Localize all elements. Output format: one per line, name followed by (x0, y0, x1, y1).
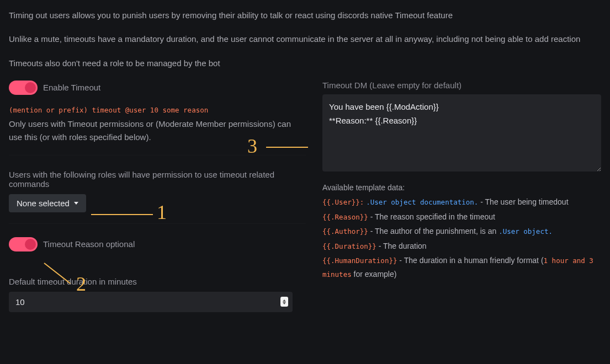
timeout-dm-label: Timeout DM (Leave empty for default) (322, 81, 601, 90)
roles-dropdown[interactable]: None selected (9, 194, 86, 212)
enable-timeout-toggle[interactable] (9, 81, 38, 95)
user-object-link[interactable]: .User object. (498, 227, 553, 235)
roles-dropdown-value: None selected (17, 199, 70, 208)
template-reason: {{.Reason}} - The reason specified in th… (322, 210, 601, 224)
number-stepper[interactable] (280, 297, 288, 307)
template-author: {{.Author}} - The author of the punishme… (322, 224, 601, 238)
intro-paragraph-3: Timeouts also don't need a role to be ma… (9, 57, 601, 69)
default-duration-input[interactable] (9, 292, 293, 312)
template-human-duration: {{.HumanDuration}} - The duration in a h… (322, 254, 601, 281)
reason-optional-label: Timeout Reason optional (43, 239, 135, 249)
template-user: {{.User}}: .User object documentation. -… (322, 195, 601, 209)
intro-paragraph-1: Timing out users allows you to punish us… (9, 9, 601, 22)
roles-permission-label: Users with the following roles will have… (9, 170, 306, 189)
user-doc-link[interactable]: .User object documentation. (366, 198, 478, 206)
permission-hint: Only users with Timeout permissions or (… (9, 117, 306, 144)
intro-paragraph-2: Unlike a mute, timeouts have a mandatory… (9, 33, 601, 45)
default-duration-label: Default timeout duration in minutes (9, 277, 306, 286)
chevron-down-icon (74, 202, 78, 205)
template-duration: {{.Duration}} - The duration (322, 239, 601, 253)
timeout-dm-textarea[interactable]: You have been {{.ModAction}} **Reason:**… (322, 94, 601, 172)
reason-optional-toggle[interactable] (9, 237, 38, 251)
command-example: (mention or prefix) timeout @user 10 som… (9, 106, 306, 114)
enable-timeout-label: Enable Timeout (43, 83, 100, 92)
template-data-header: Available template data: (322, 181, 601, 195)
